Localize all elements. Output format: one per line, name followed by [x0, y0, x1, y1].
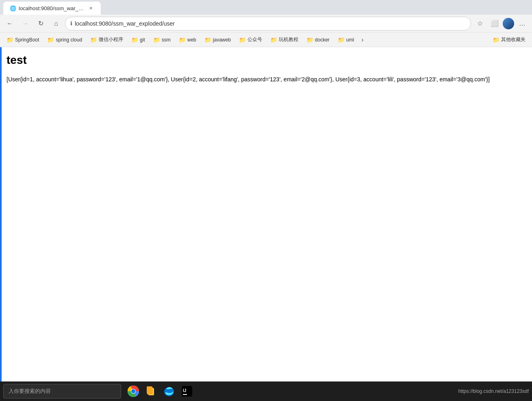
tab-bar: 🌐 localhost:9080/ssm_war_exploded/user ✕: [0, 0, 532, 15]
browser-frame: 🌐 localhost:9080/ssm_war_exploded/user ✕…: [0, 0, 532, 401]
bookmark-label: SpringBoot: [15, 37, 39, 43]
taskbar-search-text: 入你要搜索的内容: [9, 388, 51, 395]
folder-icon: 📁: [270, 37, 277, 43]
profile-button[interactable]: [503, 18, 514, 29]
bookmark-spring-cloud[interactable]: 📁 spring cloud: [44, 35, 85, 45]
more-button[interactable]: …: [516, 17, 529, 30]
page-title: test: [7, 54, 525, 67]
taskbar-url: https://blog.csdn.net/a123123sdf: [458, 388, 529, 394]
bookmark-wanjijiaocheng[interactable]: 📁 玩机教程: [267, 35, 302, 45]
taskbar-idea[interactable]: IJ: [178, 381, 196, 401]
chrome-icon: [127, 385, 140, 398]
page-content: test [User{id=1, account='lihua', passwo…: [0, 47, 532, 381]
bookmark-javaweb[interactable]: 📁 javaweb: [201, 35, 234, 45]
taskbar: 入你要搜索的内容: [0, 381, 532, 401]
address-bar[interactable]: ℹ: [65, 17, 471, 31]
bookmark-docker[interactable]: 📁 docker: [303, 35, 333, 45]
collections-icon: ⬜: [491, 20, 499, 27]
active-tab[interactable]: 🌐 localhost:9080/ssm_war_exploded/user ✕: [3, 2, 101, 15]
bookmark-wechat[interactable]: 📁 微信小程序: [87, 35, 126, 45]
folder-icon: 📁: [7, 37, 13, 43]
home-icon: ⌂: [54, 20, 58, 27]
bookmark-label: 玩机教程: [279, 36, 298, 43]
folder-icon: 📁: [47, 37, 54, 43]
forward-button[interactable]: →: [19, 17, 32, 30]
svg-rect-8: [183, 394, 187, 395]
bookmarks-right: 📁 其他收藏夹: [489, 35, 529, 45]
address-input[interactable]: [75, 20, 466, 27]
bookmark-label: spring cloud: [56, 37, 82, 43]
bookmark-springboot[interactable]: 📁 SpringBoot: [3, 35, 42, 45]
bookmarks-bar: 📁 SpringBoot 📁 spring cloud 📁 微信小程序 📁 gi…: [0, 33, 532, 47]
bookmark-uml[interactable]: 📁 uml: [334, 35, 357, 45]
more-icon: …: [519, 20, 525, 27]
taskbar-edge[interactable]: [160, 381, 178, 401]
bookmark-label: git: [140, 37, 145, 43]
bookmarks-more-button[interactable]: ›: [359, 35, 366, 45]
folder-icon: 📁: [338, 37, 345, 43]
favorites-icon: ☆: [477, 20, 483, 27]
bookmark-other-folder[interactable]: 📁 其他收藏夹: [489, 35, 529, 45]
edge-icon: [163, 385, 176, 398]
forward-icon: →: [22, 20, 28, 27]
back-icon: ←: [7, 20, 13, 27]
svg-point-2: [131, 389, 135, 393]
svg-text:IJ: IJ: [183, 388, 186, 393]
bookmark-label: 公众号: [248, 36, 262, 43]
collections-button[interactable]: ⬜: [488, 17, 501, 30]
bookmark-label: ssm: [162, 37, 171, 43]
tab-favicon: 🌐: [10, 5, 15, 11]
favorites-button[interactable]: ☆: [473, 17, 486, 30]
idea-icon: IJ: [180, 385, 193, 398]
folder-icon: 📁: [131, 37, 138, 43]
bookmark-gongzhonghao[interactable]: 📁 公众号: [236, 35, 265, 45]
nav-bar: ← → ↻ ⌂ ℹ ☆ ⬜ …: [0, 15, 532, 33]
folder-icon: 📁: [493, 37, 499, 43]
profile-avatar: [503, 18, 514, 29]
tab-title: localhost:9080/ssm_war_exploded/user: [19, 5, 84, 11]
reload-button[interactable]: ↻: [34, 17, 47, 30]
folder-icon: 📁: [306, 37, 313, 43]
bookmark-label: 微信小程序: [99, 36, 123, 43]
bookmark-ssm[interactable]: 📁 ssm: [150, 35, 174, 45]
folder-icon: 📁: [179, 37, 186, 43]
bookmark-web[interactable]: 📁 web: [176, 35, 200, 45]
taskbar-icons: IJ: [124, 381, 196, 401]
svg-rect-5: [147, 387, 153, 394]
back-button[interactable]: ←: [3, 17, 16, 30]
bookmark-label: javaweb: [213, 37, 231, 43]
folder-icon: 📁: [204, 37, 211, 43]
folder-icon: 📁: [239, 37, 246, 43]
tab-close-button[interactable]: ✕: [87, 5, 94, 12]
taskbar-search[interactable]: 入你要搜索的内容: [3, 384, 121, 399]
taskbar-files[interactable]: [142, 381, 160, 401]
folder-icon: 📁: [153, 37, 160, 43]
bookmark-git[interactable]: 📁 git: [128, 35, 148, 45]
home-button[interactable]: ⌂: [50, 17, 63, 30]
bookmark-label: 其他收藏夹: [501, 36, 525, 43]
reload-icon: ↻: [38, 20, 43, 27]
bookmark-label: web: [187, 37, 196, 43]
info-icon[interactable]: ℹ: [70, 20, 72, 26]
files-icon: [145, 385, 158, 398]
page-body: [User{id=1, account='lihua', password='1…: [7, 75, 525, 84]
taskbar-chrome[interactable]: [124, 381, 142, 401]
bookmark-label: docker: [315, 37, 330, 43]
left-accent: [0, 47, 2, 381]
taskbar-status: https://blog.csdn.net/a123123sdf: [455, 388, 532, 394]
bookmark-label: uml: [346, 37, 354, 43]
nav-actions: ☆ ⬜ …: [473, 17, 529, 30]
folder-icon: 📁: [90, 37, 97, 43]
